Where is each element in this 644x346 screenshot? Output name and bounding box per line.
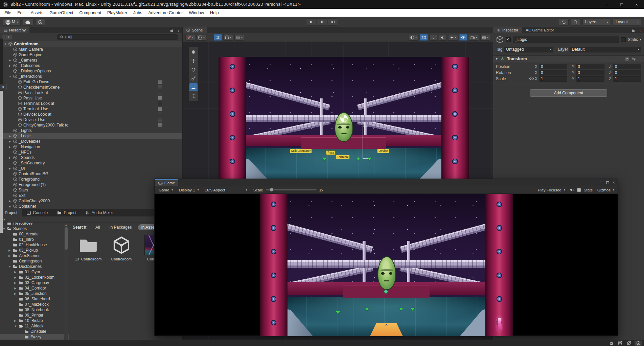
lock-icon[interactable] [630,27,636,33]
hierarchy-row[interactable]: Device: Look at [0,112,182,117]
hierarchy-row[interactable]: Terminal: Use [0,106,182,112]
lock-icon[interactable] [169,27,175,33]
hierarchy-row[interactable]: Main Camera [0,47,182,52]
menu-item[interactable]: Edit [14,10,28,15]
hierarchy-row[interactable]: Pass: Use [0,95,182,101]
foldout-arrow-icon[interactable] [14,292,19,295]
cache-server-off-icon[interactable] [617,341,623,346]
project-tree-row[interactable]: 09_Printer [0,313,69,318]
hand-tool-button[interactable] [189,48,198,56]
asset-item[interactable]: Controlroom [107,235,136,337]
menu-item[interactable]: Jobs [130,10,145,15]
foldout-arrow-icon[interactable] [3,227,7,230]
rotation-y-field[interactable]: 0 [576,70,604,75]
2d-mode-button[interactable]: 2D [420,34,428,41]
project-tree-row[interactable]: 07_Mazelock [0,302,69,307]
hierarchy-row[interactable]: _Lights [0,128,182,133]
hierarchy-row[interactable]: CheckItemsInScene [0,85,182,90]
step-button[interactable] [328,18,338,26]
plastic-scm-button[interactable] [36,18,45,26]
kebab-menu-icon[interactable]: ⋮ [636,27,644,33]
foldout-arrow-icon[interactable] [9,200,13,203]
play-focused-dropdown[interactable]: Play Focused▾ [536,187,567,193]
project-tree-row[interactable]: AlexScenes [0,253,69,258]
hierarchy-row[interactable]: _Logic [0,133,182,139]
project-tree-row[interactable]: 03_Pickup [0,248,69,253]
foldout-arrow-icon[interactable] [14,287,19,290]
position-z-field[interactable]: 0 [613,64,641,69]
close-button[interactable]: × [629,0,644,9]
hierarchy-row[interactable]: _Interactions [0,74,182,79]
tab-game[interactable]: Game [155,179,178,186]
stats-button[interactable]: Stats [584,188,593,192]
transform-tool-button[interactable] [189,92,198,100]
hierarchy-row[interactable]: _Cutscenes [0,63,182,68]
menu-item[interactable]: File [1,10,14,15]
project-tree-row[interactable]: 10_Biolab [0,318,69,323]
foldout-arrow-icon[interactable] [9,145,13,148]
project-tree-row[interactable]: 11_Airlock [0,323,69,329]
layers-dropdown[interactable]: Layers ▾ [582,18,611,26]
scale-x-field[interactable]: 1 [539,76,567,82]
collapsed-panel-strip[interactable] [0,91,3,233]
active-checkbox[interactable] [506,37,511,42]
menu-item[interactable]: GameObject [46,10,76,15]
hierarchy-row[interactable]: Controlroom [0,41,182,47]
menu-item[interactable]: Help [207,10,222,15]
close-icon[interactable]: × [613,180,615,185]
kebab-menu-icon[interactable]: ⋮ [599,181,603,185]
scene-audio-button[interactable] [439,34,447,41]
rotation-x-field[interactable]: 0 [539,70,567,75]
tree-scrollbar[interactable]: ▲ [64,223,68,340]
project-tree-row[interactable]: 02_LockerRoom [0,275,69,280]
bottom-panel-tab[interactable]: Console [22,209,52,216]
tab-hierarchy[interactable]: Hierarchy [0,27,29,33]
scene-visibility-button[interactable] [459,34,467,41]
menu-item[interactable]: Window [186,10,207,15]
project-tree-row[interactable]: 02_HankHouse [0,242,69,248]
project-tree-row[interactable]: 05_Junction [0,291,69,296]
scale-slider[interactable] [266,189,317,190]
foldout-arrow-icon[interactable] [14,281,19,284]
menu-item[interactable]: Assets [28,10,47,15]
foldout-arrow-icon[interactable] [8,254,13,257]
hierarchy-row[interactable]: _DialogueOptions [0,68,182,74]
hierarchy-row[interactable]: Terminal: Look at [0,101,182,106]
foldout-arrow-icon[interactable]: ▼ [495,57,498,61]
scale-z-field[interactable]: 1 [613,76,641,82]
scene-lighting-button[interactable] [429,34,437,41]
hierarchy-row[interactable]: _NPCs [0,149,182,155]
foldout-arrow-icon[interactable] [9,75,13,78]
hierarchy-row[interactable]: _UI [0,166,182,171]
gizmos-toggle-button[interactable]: ▾ [480,34,490,41]
maximize-icon[interactable] [606,181,609,184]
project-tree-row[interactable]: 06_Skatehard [0,296,69,302]
floating-close-button[interactable]: × [0,84,6,90]
create-button[interactable]: +▾ [2,34,12,40]
scene-sprite-tool-button[interactable]: ▾ [197,34,206,41]
shading-mode-button[interactable]: ▾ [409,34,418,41]
hierarchy-row[interactable]: Device: Use [0,117,182,122]
account-button[interactable]: M ▾ [3,18,21,26]
presets-icon[interactable] [631,57,636,61]
tag-dropdown[interactable]: Untagged▾ [504,47,553,52]
asset-item[interactable]: 13_Controlroom [73,235,103,337]
cloud-button[interactable] [23,18,33,26]
hierarchy-row[interactable]: ControlRoomBG [0,171,182,177]
search-scope-button[interactable]: In Packages [106,224,135,230]
foldout-arrow-icon[interactable] [14,276,19,279]
undo-history-button[interactable] [559,18,569,26]
display-dropdown[interactable]: Display 1▾ [177,187,201,193]
rotation-z-field[interactable]: 0 [613,70,641,75]
minimize-button[interactable]: – [599,0,614,9]
game-viewport[interactable]: × [155,194,618,336]
project-tree-row[interactable]: 03_Cargobay [0,280,69,285]
scene-camera-button[interactable]: ▾ [469,34,479,41]
project-tree-row[interactable]: Comingsoon [0,258,69,264]
debugger-disconnected-icon[interactable] [608,341,614,346]
hierarchy-row[interactable]: _Cameras [0,57,182,63]
hierarchy-search-input[interactable]: ▾ All [57,34,178,40]
foldout-arrow-icon[interactable] [14,325,19,328]
layout-dropdown[interactable]: Layout ▾ [613,18,641,26]
project-tree-row[interactable]: 08_Notebook [0,307,69,313]
